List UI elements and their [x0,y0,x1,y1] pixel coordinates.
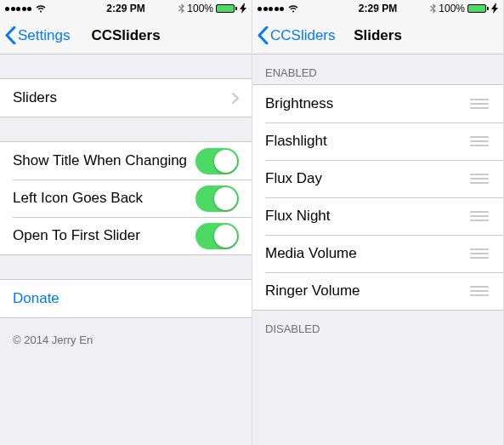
row-label: Sliders [13,89,232,106]
status-bar: 2:29 PM 100% [0,0,252,17]
battery-icon [467,4,489,13]
section-header-enabled: ENABLED [252,54,503,84]
list-item[interactable]: Ringer Volume [252,272,503,310]
reorder-handle-icon[interactable] [470,211,490,221]
wifi-icon [287,4,299,13]
list-item-label: Media Volume [265,245,470,262]
chevron-left-icon [258,26,269,44]
list-item[interactable]: Flux Day [252,160,503,197]
row-label: Left Icon Goes Back [13,190,195,207]
back-label: Settings [18,27,70,44]
enabled-list: BrightnessFlashlightFlux DayFlux NightMe… [252,84,503,311]
chevron-right-icon [232,93,239,104]
toggle-show-title[interactable] [195,148,239,174]
list-item-label: Flux Day [265,170,470,187]
signal-icon [258,7,284,11]
bluetooth-icon [430,3,436,14]
list-item[interactable]: Media Volume [252,235,503,272]
row-donate[interactable]: Donate [0,280,252,317]
reorder-handle-icon[interactable] [470,174,490,184]
status-bar: 2:29 PM 100% [252,0,503,17]
list-item-label: Ringer Volume [265,282,470,300]
row-label: Donate [13,290,239,307]
section-header-disabled: DISABLED [252,311,503,340]
row-label: Show Title When Changing [13,152,195,169]
bluetooth-icon [178,3,184,14]
toggle-open-first[interactable] [195,223,239,249]
nav-bar: Settings CCSliders [0,17,252,54]
row-show-title: Show Title When Changing [0,142,252,180]
list-item-label: Flashlight [265,133,470,150]
nav-bar: CCSliders Sliders [252,17,503,54]
signal-icon [5,7,31,11]
list-item[interactable]: Brightness [252,85,503,123]
row-label: Open To First Slider [13,227,195,244]
back-label: CCSliders [270,27,336,44]
list-item[interactable]: Flux Night [252,197,503,235]
list-item-label: Flux Night [265,208,470,225]
row-sliders[interactable]: Sliders [0,79,252,117]
reorder-handle-icon[interactable] [470,248,490,259]
chevron-left-icon [5,26,16,44]
charging-icon [240,3,246,14]
charging-icon [491,3,498,14]
reorder-handle-icon[interactable] [470,136,490,146]
content: ENABLED BrightnessFlashlightFlux DayFlux… [252,54,503,445]
row-open-first: Open To First Slider [0,217,252,254]
screen-ccsliders: 2:29 PM 100% Settings CCSliders Sliders [0,0,252,445]
screen-sliders: 2:29 PM 100% CCSliders Sliders ENABLED B… [252,0,504,445]
back-button[interactable]: CCSliders [258,26,336,44]
reorder-handle-icon[interactable] [470,99,490,109]
back-button[interactable]: Settings [5,26,70,44]
battery-percent: 100% [187,3,213,14]
content: Sliders Show Title When Changing Left Ic… [0,54,252,445]
row-left-icon: Left Icon Goes Back [0,180,252,217]
list-item-label: Brightness [265,95,470,112]
toggle-left-icon[interactable] [195,185,239,212]
reorder-handle-icon[interactable] [470,286,490,296]
wifi-icon [35,4,47,13]
footer-copyright: © 2014 Jerry En [0,318,252,362]
battery-percent: 100% [439,3,465,14]
battery-icon [216,4,237,13]
list-item[interactable]: Flashlight [252,123,503,160]
